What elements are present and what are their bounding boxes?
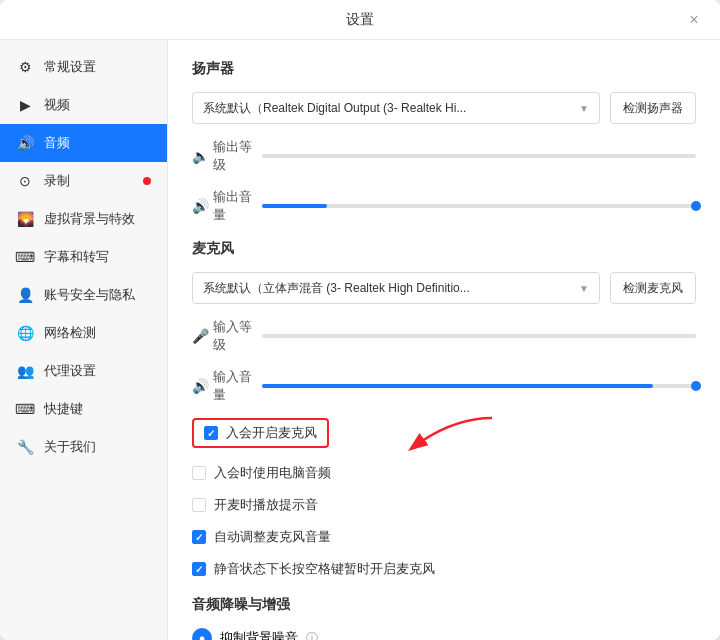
auto-adjust-checkbox[interactable] bbox=[192, 530, 206, 544]
titlebar: 设置 × bbox=[0, 0, 720, 40]
space-key-label: 静音状态下长按空格键暂时开启麦克风 bbox=[214, 560, 435, 578]
play-prompt-checkbox[interactable] bbox=[192, 498, 206, 512]
play-prompt-label: 开麦时播放提示音 bbox=[214, 496, 318, 514]
noise-item-label: 抑制背景噪音 bbox=[220, 629, 298, 640]
noise-icon: ● bbox=[192, 628, 212, 640]
sidebar-item-caption[interactable]: ⌨ 字幕和转写 bbox=[0, 238, 167, 276]
shortcut-icon: ⌨ bbox=[16, 400, 34, 418]
play-prompt-row[interactable]: 开麦时播放提示音 bbox=[192, 494, 696, 516]
sidebar-item-audio[interactable]: 🔊 音频 bbox=[0, 124, 167, 162]
mic-select[interactable]: 系统默认（立体声混音 (3- Realtek High Definitio...… bbox=[192, 272, 600, 304]
input-volume-fill bbox=[262, 384, 653, 388]
auto-adjust-row[interactable]: 自动调整麦克风音量 bbox=[192, 526, 696, 548]
sidebar-item-general[interactable]: ⚙ 常规设置 bbox=[0, 48, 167, 86]
proxy-icon: 👥 bbox=[16, 362, 34, 380]
sidebar-item-proxy[interactable]: 👥 代理设置 bbox=[0, 352, 167, 390]
noise-divider: 音频降噪与增强 bbox=[192, 596, 696, 614]
input-level-row: 🎤 输入等级 bbox=[192, 318, 696, 354]
output-level-track[interactable] bbox=[262, 154, 696, 158]
sidebar: ⚙ 常规设置 ▶ 视频 🔊 音频 ⊙ 录制 🌄 虚拟背景与特效 ⌨ 字幕和转写 … bbox=[0, 40, 168, 640]
join-enable-mic-checkbox[interactable] bbox=[204, 426, 218, 440]
checkbox-annotation-wrapper: 入会开启麦克风 bbox=[192, 418, 696, 456]
speaker-select-arrow: ▼ bbox=[579, 103, 589, 114]
settings-window: 设置 × ⚙ 常规设置 ▶ 视频 🔊 音频 ⊙ 录制 🌄 虚拟背景与特效 ⌨ 字 bbox=[0, 0, 720, 640]
output-volume-track[interactable] bbox=[262, 204, 696, 208]
about-icon: 🔧 bbox=[16, 438, 34, 456]
account-icon: 👤 bbox=[16, 286, 34, 304]
input-volume-track[interactable] bbox=[262, 384, 696, 388]
join-use-audio-checkbox[interactable] bbox=[192, 466, 206, 480]
speaker-select-text: 系统默认（Realtek Digital Output (3- Realtek … bbox=[203, 100, 466, 117]
mic-device-row: 系统默认（立体声混音 (3- Realtek High Definitio...… bbox=[192, 272, 696, 304]
noise-info-icon[interactable]: ⓘ bbox=[306, 630, 318, 641]
record-badge bbox=[143, 177, 151, 185]
audio-icon: 🔊 bbox=[16, 134, 34, 152]
account-label: 账号安全与隐私 bbox=[44, 286, 135, 304]
main-panel: 扬声器 系统默认（Realtek Digital Output (3- Real… bbox=[168, 40, 720, 640]
mic-select-text: 系统默认（立体声混音 (3- Realtek High Definitio... bbox=[203, 280, 470, 297]
input-level-label: 🎤 输入等级 bbox=[192, 318, 262, 354]
mic-section-title: 麦克风 bbox=[192, 240, 696, 258]
sidebar-item-shortcut[interactable]: ⌨ 快捷键 bbox=[0, 390, 167, 428]
sidebar-item-record[interactable]: ⊙ 录制 bbox=[0, 162, 167, 200]
output-level-label: 🔈 输出等级 bbox=[192, 138, 262, 174]
virtual-bg-icon: 🌄 bbox=[16, 210, 34, 228]
input-volume-thumb bbox=[691, 381, 701, 391]
mic-section-divider: 麦克风 bbox=[192, 240, 696, 258]
audio-label: 音频 bbox=[44, 134, 70, 152]
network-icon: 🌐 bbox=[16, 324, 34, 342]
shortcut-label: 快捷键 bbox=[44, 400, 83, 418]
output-level-row: 🔈 输出等级 bbox=[192, 138, 696, 174]
auto-adjust-label: 自动调整麦克风音量 bbox=[214, 528, 331, 546]
output-volume-thumb bbox=[691, 201, 701, 211]
input-volume-label: 🔊 输入音量 bbox=[192, 368, 262, 404]
caption-icon: ⌨ bbox=[16, 248, 34, 266]
output-volume-label: 🔊 输出音量 bbox=[192, 188, 262, 224]
noise-item-row: ● 抑制背景噪音 ⓘ bbox=[192, 628, 696, 640]
window-title: 设置 bbox=[346, 11, 374, 29]
speaker-select[interactable]: 系统默认（Realtek Digital Output (3- Realtek … bbox=[192, 92, 600, 124]
video-icon: ▶ bbox=[16, 96, 34, 114]
sidebar-item-network[interactable]: 🌐 网络检测 bbox=[0, 314, 167, 352]
video-label: 视频 bbox=[44, 96, 70, 114]
join-enable-mic-row[interactable]: 入会开启麦克风 bbox=[192, 418, 329, 448]
input-volume-icon: 🔊 bbox=[192, 378, 209, 394]
general-label: 常规设置 bbox=[44, 58, 96, 76]
join-enable-mic-label: 入会开启麦克风 bbox=[226, 424, 317, 442]
speaker-section-title: 扬声器 bbox=[192, 60, 696, 78]
record-label: 录制 bbox=[44, 172, 70, 190]
sidebar-item-account[interactable]: 👤 账号安全与隐私 bbox=[0, 276, 167, 314]
sidebar-item-virtual-bg[interactable]: 🌄 虚拟背景与特效 bbox=[0, 200, 167, 238]
join-use-audio-row[interactable]: 入会时使用电脑音频 bbox=[192, 462, 696, 484]
close-button[interactable]: × bbox=[684, 10, 704, 30]
detect-speaker-button[interactable]: 检测扬声器 bbox=[610, 92, 696, 124]
input-level-icon: 🎤 bbox=[192, 328, 209, 344]
sidebar-item-video[interactable]: ▶ 视频 bbox=[0, 86, 167, 124]
sidebar-item-about[interactable]: 🔧 关于我们 bbox=[0, 428, 167, 466]
output-volume-fill bbox=[262, 204, 327, 208]
output-level-icon: 🔈 bbox=[192, 148, 209, 164]
input-level-track[interactable] bbox=[262, 334, 696, 338]
output-volume-row: 🔊 输出音量 bbox=[192, 188, 696, 224]
space-key-checkbox[interactable] bbox=[192, 562, 206, 576]
join-use-audio-label: 入会时使用电脑音频 bbox=[214, 464, 331, 482]
mic-select-arrow: ▼ bbox=[579, 283, 589, 294]
about-label: 关于我们 bbox=[44, 438, 96, 456]
noise-section-title: 音频降噪与增强 bbox=[192, 596, 696, 614]
proxy-label: 代理设置 bbox=[44, 362, 96, 380]
main-content: ⚙ 常规设置 ▶ 视频 🔊 音频 ⊙ 录制 🌄 虚拟背景与特效 ⌨ 字幕和转写 … bbox=[0, 40, 720, 640]
output-volume-icon: 🔊 bbox=[192, 198, 209, 214]
input-volume-row: 🔊 输入音量 bbox=[192, 368, 696, 404]
speaker-device-row: 系统默认（Realtek Digital Output (3- Realtek … bbox=[192, 92, 696, 124]
record-icon: ⊙ bbox=[16, 172, 34, 190]
caption-label: 字幕和转写 bbox=[44, 248, 109, 266]
detect-mic-button[interactable]: 检测麦克风 bbox=[610, 272, 696, 304]
network-label: 网络检测 bbox=[44, 324, 96, 342]
virtual-bg-label: 虚拟背景与特效 bbox=[44, 210, 135, 228]
space-key-row[interactable]: 静音状态下长按空格键暂时开启麦克风 bbox=[192, 558, 696, 580]
general-icon: ⚙ bbox=[16, 58, 34, 76]
